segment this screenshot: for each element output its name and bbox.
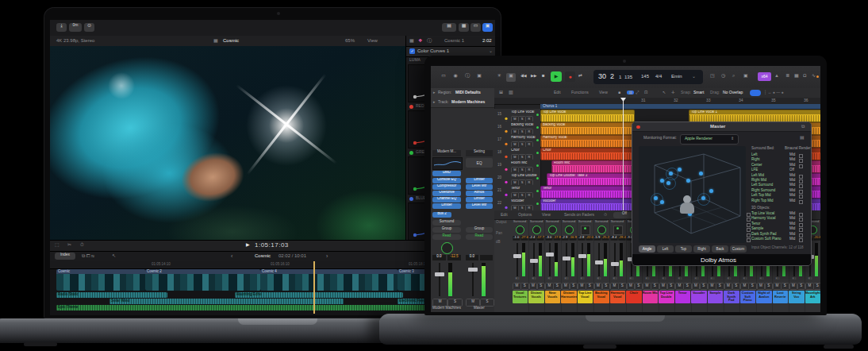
mute-button[interactable]: M xyxy=(659,283,668,290)
zoom-select[interactable]: 65% xyxy=(345,38,355,44)
bed-render-value[interactable]: Mid xyxy=(789,158,795,162)
render-toggle-box[interactable] xyxy=(799,238,803,242)
media-browser-button[interactable]: ▤ xyxy=(442,23,456,32)
object-render-value[interactable]: Mid xyxy=(789,212,795,216)
channel-setting-button[interactable]: Modern M... xyxy=(432,150,461,156)
render-toggle-box[interactable] xyxy=(799,154,803,158)
track-header[interactable]: 21TenorMSR xyxy=(494,185,541,199)
mixer-channel[interactable]: Surround-2.4-17.7R IMSDistant Vocals xyxy=(528,219,546,312)
track-add-icon[interactable]: ▥ xyxy=(509,90,513,95)
object-render-value[interactable]: Mid xyxy=(789,233,795,237)
record-input-buttons[interactable]: R I xyxy=(808,277,812,280)
toolbar-icon[interactable]: ⓘ xyxy=(463,73,472,82)
functions-menu[interactable]: Functions xyxy=(571,91,589,95)
fader-cap[interactable] xyxy=(468,268,478,272)
view-button-angle[interactable]: Angle xyxy=(639,245,655,253)
mixer-channel[interactable]: Surround-2.8-22.0R IMSTop Line Vocal xyxy=(577,219,594,312)
audio-clip[interactable]: Radio Static xyxy=(56,292,167,298)
render-toggle-box[interactable] xyxy=(799,164,803,168)
audio-clip[interactable]: Haunting Echo xyxy=(235,292,403,298)
channel-name[interactable]: Vocal Textures xyxy=(513,291,528,303)
bed-render-value[interactable]: Off xyxy=(789,168,794,172)
track-header[interactable]: 15Top Line VocalMSR xyxy=(494,109,541,122)
pan-knob[interactable] xyxy=(597,226,606,234)
object-toggle-box[interactable] xyxy=(747,223,751,227)
mute-button[interactable]: M xyxy=(789,283,798,290)
view-button-top[interactable]: Top xyxy=(675,245,692,253)
bed-render-value[interactable]: Mid xyxy=(789,179,795,183)
import-button[interactable]: ⤓ xyxy=(56,23,67,32)
fader-cap[interactable] xyxy=(435,272,444,276)
video-clip[interactable]: Cosmic 4 xyxy=(260,269,398,291)
audio-fx-slot[interactable]: Atmos xyxy=(466,191,493,196)
region-clip[interactable]: Top Line Vocal xyxy=(540,110,635,123)
arrange-view-icon[interactable]: ■ xyxy=(618,91,620,95)
toolbar-icon[interactable]: ◳ xyxy=(710,73,715,79)
pan-knob[interactable] xyxy=(548,226,557,234)
rewind-button[interactable]: ◀◀ xyxy=(520,74,527,79)
record-input-buttons[interactable]: R I xyxy=(727,277,731,280)
toolbar-icon[interactable]: ▣ xyxy=(474,73,484,82)
output-slot[interactable]: Surround xyxy=(432,220,461,226)
forward-button[interactable]: ▶▶ xyxy=(531,74,537,79)
play-button[interactable]: ▶ xyxy=(246,242,250,248)
fader-cap[interactable] xyxy=(595,260,603,264)
toolbar-icon[interactable]: ▦ xyxy=(794,73,799,79)
bed-render-value[interactable]: Mid xyxy=(789,164,795,168)
record-input-buttons[interactable]: R I xyxy=(662,277,666,280)
render-toggle-box[interactable] xyxy=(799,200,803,204)
render-toggle-box[interactable] xyxy=(799,184,803,188)
toolbar-icon[interactable]: Ω xyxy=(803,73,807,79)
channel-name[interactable]: Distant Harmonies xyxy=(561,291,577,303)
index-button[interactable]: Index xyxy=(55,253,75,260)
mute-button[interactable]: M xyxy=(773,283,782,290)
channel-name[interactable]: Lost Reverie xyxy=(773,291,789,303)
audio-fx-slot[interactable]: Level Mtr xyxy=(466,203,493,209)
channel-name[interactable]: Distant Vocals xyxy=(528,291,544,303)
render-toggle-box[interactable] xyxy=(799,218,803,222)
toolbar-icon[interactable]: ≣ xyxy=(785,73,789,79)
toolbar-icon[interactable]: ◉ xyxy=(451,73,460,82)
pointer-tool-button[interactable]: ↖ xyxy=(112,253,116,259)
audio-object-dot[interactable] xyxy=(701,196,705,200)
audio-fx-slot[interactable]: Limiter xyxy=(432,203,461,209)
channel-name[interactable]: Tenor xyxy=(675,291,691,303)
mixer-channel[interactable]: Surround-8.4-28.4R IMSHarmony Vocal xyxy=(609,219,627,312)
channel-name[interactable]: Top Line Double xyxy=(659,291,674,303)
retime-button[interactable]: ⏱ xyxy=(80,242,84,248)
render-toggle-box[interactable] xyxy=(799,190,803,194)
fcp-playhead[interactable] xyxy=(313,261,315,314)
next-project-button[interactable]: › xyxy=(326,253,328,260)
record-input-buttons[interactable]: R I xyxy=(629,277,633,280)
channel-name[interactable]: Vocoder xyxy=(691,291,707,303)
info-tab-icon[interactable]: ⓘ xyxy=(427,38,432,44)
audio-fx-slot[interactable]: Channel EQ xyxy=(432,197,461,202)
track-add-icon[interactable]: ⊞ xyxy=(499,90,503,95)
bed-render-value[interactable]: Mid xyxy=(789,174,795,178)
bed-render-value[interactable]: Mid xyxy=(789,153,795,157)
toolbar-icon[interactable]: ▣ xyxy=(506,73,516,82)
record-input-buttons[interactable]: R I xyxy=(645,277,649,280)
object-toggle-box[interactable] xyxy=(747,228,751,232)
eq-thumbnail[interactable] xyxy=(432,157,463,170)
mute-button[interactable]: M xyxy=(757,283,766,290)
eq-slot[interactable]: EQ xyxy=(466,158,493,168)
mixer-channel[interactable]: Surround-2.9-16.9R IMSDistant Harmonies xyxy=(561,219,578,312)
fader-cap[interactable] xyxy=(513,254,521,258)
channel-name[interactable]: Near Vocals xyxy=(545,291,561,303)
automation-mode[interactable]: Read xyxy=(432,234,461,240)
video-clip[interactable]: Cosmic xyxy=(56,269,146,291)
mute-button[interactable]: M xyxy=(610,283,619,290)
group-slot[interactable]: Group xyxy=(466,227,493,233)
audio-object-dot[interactable] xyxy=(699,172,703,176)
pencil-tool-select[interactable]: ✛ xyxy=(671,91,674,95)
catch-playhead-toggle[interactable] xyxy=(750,90,761,96)
arrange-view-icon[interactable]: ▦ xyxy=(627,91,634,95)
object-toggle-box[interactable] xyxy=(747,233,751,237)
effect-checkbox[interactable]: ✓ xyxy=(409,48,415,54)
bed-render-value[interactable]: Mid xyxy=(789,194,795,198)
record-button[interactable]: ● xyxy=(565,71,575,82)
mute-button[interactable]: M xyxy=(594,283,603,290)
view-button-custom[interactable]: Custom xyxy=(730,245,747,253)
pan-knob[interactable] xyxy=(532,226,541,234)
